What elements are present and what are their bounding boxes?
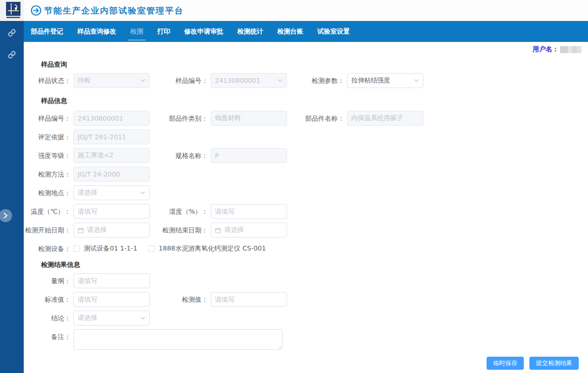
remark-textarea[interactable] (74, 329, 283, 350)
calendar-icon (215, 227, 221, 233)
standard-value-label: 标准值： (24, 292, 74, 307)
company-logo (6, 2, 20, 19)
part-category-label: 部品件类别： (150, 111, 211, 126)
sample-no-query-label: 样品编号： (150, 73, 211, 88)
test-method-label: 检测方法： (24, 167, 74, 182)
tab-label: 部品件登记 (31, 27, 63, 36)
submit-result-button[interactable]: 提交检测结果 (529, 357, 579, 370)
chevron-down-icon (140, 190, 146, 196)
checkbox-icon (74, 245, 80, 252)
sample-no-field (78, 115, 146, 122)
tab-label: 试验室设置 (317, 27, 350, 36)
part-category-input (211, 111, 287, 126)
part-category-field (215, 115, 283, 122)
link-icon[interactable] (8, 29, 16, 37)
section-title-sample-query: 样品查询 (41, 61, 67, 69)
end-date-placeholder: 请选择 (224, 226, 283, 234)
dimension-field[interactable] (78, 277, 146, 285)
test-location-label: 检测地点： (24, 185, 74, 200)
tab-label: 检测台账 (277, 27, 303, 36)
basis-field (78, 133, 146, 141)
start-date-picker[interactable]: 请选择 (74, 223, 150, 237)
left-sidebar (0, 21, 24, 373)
conclusion-select[interactable]: 请选择 (74, 311, 150, 326)
arrow-circle-icon (31, 5, 41, 16)
test-value-field[interactable] (215, 296, 283, 303)
strength-grade-input (74, 148, 150, 163)
humidity-field[interactable] (215, 208, 283, 215)
dimension-label: 量纲： (24, 273, 74, 288)
basis-input (74, 129, 150, 144)
humidity-label: 湿度（%）： (150, 204, 211, 219)
page-title: 节能生产企业内部试验室管理平台 (44, 5, 184, 16)
standard-value-input[interactable] (74, 292, 150, 307)
equipment-checkbox-1-label: 测试设备01 1-1-1 (84, 244, 137, 253)
sample-no-select: 24130800001 (211, 73, 287, 88)
test-method-input (74, 167, 150, 182)
sample-status-select: 待检 (74, 73, 150, 88)
username-display: 用户名： (533, 45, 581, 54)
start-date-label: 检测开始日期： (24, 223, 74, 237)
spec-name-label: 规格名称： (150, 148, 211, 163)
section-title-test-result: 检测结果信息 (41, 261, 80, 269)
part-name-field (351, 115, 419, 122)
sample-no-input (74, 111, 150, 126)
basis-label: 评定依据： (24, 129, 74, 144)
strength-grade-label: 强度等级： (24, 148, 74, 163)
tab-part-register[interactable]: 部品件登记 (24, 21, 70, 42)
tab-label: 打印 (157, 27, 170, 36)
temperature-label: 温度（℃）： (24, 204, 74, 219)
test-location-select[interactable]: 请选择 (74, 185, 150, 200)
dimension-input[interactable] (74, 273, 150, 288)
equipment-label: 检测设备： (24, 244, 74, 253)
temperature-input[interactable] (74, 204, 150, 219)
strength-grade-field (78, 152, 146, 159)
sample-status-value: 待检 (78, 76, 140, 85)
tab-label: 修改申请审批 (184, 27, 223, 36)
standard-value-field[interactable] (78, 296, 146, 303)
end-date-label: 检测结束日期： (150, 223, 211, 237)
tab-sample-query-modify[interactable]: 样品查询修改 (70, 21, 123, 42)
test-param-value: 拉伸粘结强度 (351, 76, 414, 85)
main-content: 用户名： 样品查询 样品状态： 待检 样品编号： 24130800001 检测参… (24, 42, 588, 373)
sample-no-label: 样品编号： (24, 111, 74, 126)
username-label: 用户名： (533, 45, 559, 54)
main-nav: 部品件登记 样品查询修改 检测 打印 修改申请审批 检测统计 检测台账 试验室设… (24, 21, 588, 42)
spec-name-input (211, 148, 287, 163)
chevron-down-icon (414, 78, 419, 83)
humidity-input[interactable] (211, 204, 287, 219)
test-param-select[interactable]: 拉伸粘结强度 (347, 73, 423, 88)
conclusion-placeholder: 请选择 (78, 314, 140, 322)
tab-testing[interactable]: 检测 (123, 21, 150, 42)
temperature-field[interactable] (78, 208, 146, 215)
tab-lab-settings[interactable]: 试验室设置 (310, 21, 357, 42)
equipment-checkbox-2-label: 1888水泥游离氧化钙测定仪 CS-001 (159, 244, 266, 253)
equipment-checkbox-2[interactable]: 1888水泥游离氧化钙测定仪 CS-001 (148, 244, 266, 253)
tab-test-ledger[interactable]: 检测台账 (270, 21, 310, 42)
temp-save-button[interactable]: 临时保存 (487, 357, 524, 370)
test-value-label: 检测值： (150, 292, 211, 307)
part-name-input (347, 111, 423, 126)
section-title-sample-info: 样品信息 (41, 97, 67, 105)
part-name-label: 部品件名称： (287, 111, 347, 126)
tab-print[interactable]: 打印 (150, 21, 177, 42)
tab-test-statistics[interactable]: 检测统计 (230, 21, 270, 42)
chevron-right-icon (3, 213, 8, 218)
sidebar-expand-button[interactable] (0, 209, 12, 222)
tab-label: 检测统计 (237, 27, 263, 36)
test-value-input[interactable] (211, 292, 287, 307)
calendar-icon (78, 227, 84, 233)
tab-modify-approval[interactable]: 修改申请审批 (177, 21, 230, 42)
equipment-checkbox-1[interactable]: 测试设备01 1-1-1 (74, 244, 137, 253)
sample-no-query-value: 24130800001 (215, 77, 277, 84)
end-date-picker[interactable]: 请选择 (211, 223, 287, 237)
conclusion-label: 结论： (24, 311, 74, 326)
chevron-down-icon (277, 78, 283, 83)
link-icon[interactable] (8, 51, 16, 59)
start-date-placeholder: 请选择 (87, 226, 146, 234)
test-method-field (78, 170, 146, 178)
test-location-placeholder: 请选择 (78, 189, 140, 197)
chevron-down-icon (140, 78, 146, 83)
tab-label: 样品查询修改 (77, 27, 116, 36)
checkbox-icon (148, 245, 155, 252)
